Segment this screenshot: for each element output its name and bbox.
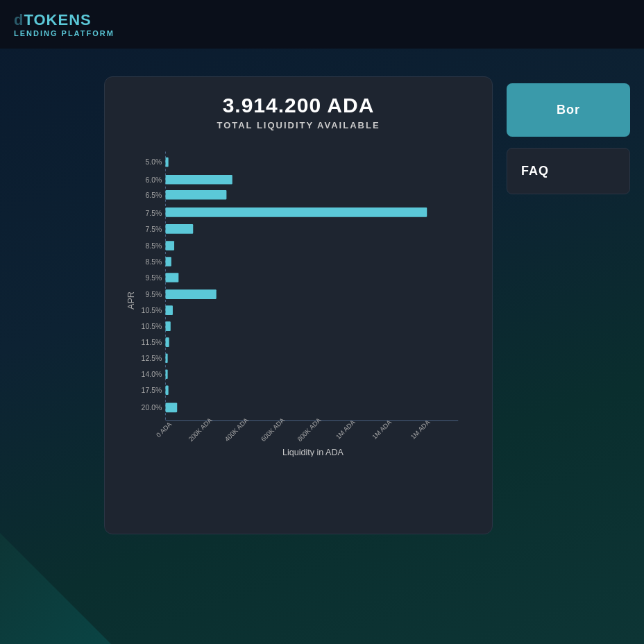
svg-text:9.5%: 9.5% [145, 274, 162, 282]
header: dTOKENS LENDING PLATFORM [0, 0, 644, 49]
svg-text:7.5%: 7.5% [145, 210, 162, 217]
chart-area: APR 5.0% 6.0% 6.5% 7.5% 7.5% 8.5% 8.5% 9… [119, 144, 478, 459]
svg-rect-22 [165, 241, 174, 251]
svg-rect-26 [165, 305, 172, 315]
y-axis-label: APR [126, 291, 136, 310]
svg-text:600K ADA: 600K ADA [260, 416, 287, 443]
total-liquidity-label: TOTAL LIQUIDITY AVAILABLE [119, 120, 478, 130]
svg-rect-20 [165, 207, 427, 217]
svg-rect-29 [165, 353, 167, 363]
svg-rect-17 [165, 158, 168, 167]
logo-prefix: d [14, 11, 24, 28]
faq-title: FAQ [521, 164, 616, 178]
svg-text:5.0%: 5.0% [145, 158, 162, 166]
svg-text:11.5%: 11.5% [142, 339, 162, 346]
chart-card: 3.914.200 ADA TOTAL LIQUIDITY AVAILABLE … [104, 76, 493, 534]
svg-rect-30 [165, 369, 167, 379]
svg-text:0 ADA: 0 ADA [155, 420, 173, 439]
svg-text:12.5%: 12.5% [142, 355, 162, 362]
svg-text:9.5%: 9.5% [145, 291, 162, 298]
svg-rect-27 [165, 321, 170, 331]
svg-text:800K ADA: 800K ADA [296, 416, 323, 443]
svg-rect-28 [165, 337, 169, 347]
main-content: 3.914.200 ADA TOTAL LIQUIDITY AVAILABLE … [0, 49, 644, 644]
logo-area: dTOKENS LENDING PLATFORM [14, 11, 115, 37]
svg-rect-25 [165, 289, 216, 299]
svg-text:8.5%: 8.5% [145, 242, 162, 250]
svg-text:14.0%: 14.0% [142, 371, 162, 378]
logo-subtitle: LENDING PLATFORM [14, 29, 115, 37]
svg-rect-31 [165, 385, 168, 395]
svg-text:20.0%: 20.0% [142, 404, 162, 412]
svg-text:6.5%: 6.5% [145, 192, 162, 199]
svg-text:200K ADA: 200K ADA [187, 416, 214, 443]
svg-text:400K ADA: 400K ADA [223, 416, 250, 443]
logo-title: dTOKENS [14, 11, 115, 29]
svg-text:1M ADA: 1M ADA [409, 418, 432, 441]
svg-rect-32 [165, 403, 177, 413]
svg-rect-23 [165, 257, 171, 266]
svg-text:1M ADA: 1M ADA [371, 418, 393, 441]
svg-text:17.5%: 17.5% [142, 387, 162, 394]
total-liquidity-value: 3.914.200 ADA [119, 94, 478, 117]
borrow-button[interactable]: Bor [507, 83, 630, 137]
x-axis-label: Liquidity in ADA [282, 448, 344, 457]
right-panel: Bor FAQ [507, 83, 630, 194]
svg-rect-24 [165, 273, 178, 282]
svg-rect-18 [165, 175, 232, 185]
bar-chart-svg: APR 5.0% 6.0% 6.5% 7.5% 7.5% 8.5% 8.5% 9… [119, 144, 478, 457]
svg-text:1M ADA: 1M ADA [334, 418, 357, 441]
svg-text:10.5%: 10.5% [142, 307, 162, 314]
bg-corner-decoration [0, 533, 111, 644]
svg-text:7.5%: 7.5% [145, 226, 162, 233]
svg-text:8.5%: 8.5% [145, 258, 162, 266]
svg-rect-19 [165, 190, 226, 200]
logo-main: TOKENS [24, 11, 91, 28]
faq-card[interactable]: FAQ [507, 148, 630, 194]
svg-text:10.5%: 10.5% [142, 323, 162, 330]
svg-text:6.0%: 6.0% [145, 176, 162, 184]
svg-rect-21 [165, 224, 193, 234]
